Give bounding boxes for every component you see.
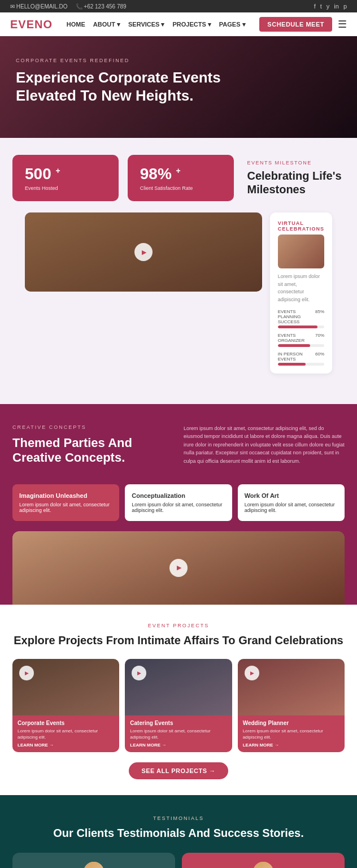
progress-item-2: EVENTS ORGANIZER70% xyxy=(278,333,324,347)
hamburger-icon[interactable]: ☰ xyxy=(338,18,347,31)
concept-card-3-desc: Lorem ipsum dolor sit amet, consectetur … xyxy=(245,502,338,513)
hero-label: CORPORATE EVENTS REDEFINED xyxy=(16,58,341,63)
project-play-2[interactable] xyxy=(132,666,146,680)
email-contact[interactable]: ✉ HELLO@EMAIL.DO xyxy=(10,3,68,10)
media-right-card: Virtual Celebrations Lorem ipsum dolor s… xyxy=(270,212,332,374)
concept-card-2[interactable]: Conceptualization Lorem ipsum dolor sit … xyxy=(125,484,232,521)
testimonials-section: TESTIMONIALS Our Clients Testimonials An… xyxy=(0,795,357,868)
phone-text: +62 123 456 789 xyxy=(84,3,126,10)
stats-section: 500 + Events Hosted 98% + Client Satisfa… xyxy=(0,138,357,404)
nav-projects[interactable]: PROJECTS ▾ xyxy=(172,21,211,28)
themed-section: CREATIVE CONCEPTS Themed Parties And Cre… xyxy=(0,404,357,605)
social-fb-icon[interactable]: f xyxy=(314,3,316,10)
milestone-block: EVENTS MILESTONE Celebrating Life's Mile… xyxy=(243,155,345,201)
project-info-1: Corporate Events Lorem ipsum dolor sit a… xyxy=(12,715,119,752)
site-logo[interactable]: EVENO xyxy=(10,18,53,31)
stat-satisfaction-label: Client Satisfaction Rate xyxy=(140,185,221,191)
themed-desc: Lorem ipsum dolor sit amet, consectetur … xyxy=(184,424,345,465)
themed-label: CREATIVE CONCEPTS xyxy=(12,424,173,430)
nav-about[interactable]: ABOUT ▾ xyxy=(93,21,120,28)
stat-satisfaction-number: 98% + xyxy=(140,165,221,183)
concept-card-1-desc: Lorem ipsum dolor sit amet, consectetur … xyxy=(19,502,112,513)
main-nav: EVENO HOME ABOUT ▾ SERVICES ▾ PROJECTS ▾… xyxy=(0,12,357,36)
concept-card-3[interactable]: Work Of Art Lorem ipsum dolor sit amet, … xyxy=(238,484,345,521)
project-play-1[interactable] xyxy=(19,666,34,680)
prog-label-2: EVENTS ORGANIZER xyxy=(278,333,315,343)
test-avatar-1 xyxy=(84,862,104,868)
stat-events-number: 500 + xyxy=(25,165,106,183)
media-play-button[interactable] xyxy=(134,243,153,261)
project-card-1: Corporate Events Lorem ipsum dolor sit a… xyxy=(12,659,119,752)
project-play-3[interactable] xyxy=(245,666,259,680)
stats-row: 500 + Events Hosted 98% + Client Satisfa… xyxy=(12,155,345,201)
project-title-1: Corporate Events xyxy=(18,720,114,726)
testimonials-label: TESTIMONIALS xyxy=(12,815,345,821)
project-title-2: Catering Events xyxy=(130,720,227,726)
phone-contact[interactable]: 📞 +62 123 456 789 xyxy=(76,3,127,10)
themed-media xyxy=(12,531,345,605)
project-info-2: Catering Events Lorem ipsum dolor sit am… xyxy=(125,715,232,752)
social-pt-icon[interactable]: p xyxy=(343,3,347,10)
test-card-2: Mr. John Doe CLIENTS ★★★★★ Lorem ipsum d… xyxy=(182,853,345,868)
nav-services[interactable]: SERVICES ▾ xyxy=(128,21,165,28)
themed-top: CREATIVE CONCEPTS Themed Parties And Cre… xyxy=(12,424,345,475)
top-bar-social: f t y in p xyxy=(314,3,347,10)
test-card-1: Mr. John Doe CLIENTS ★★★★★ Lorem ipsum d… xyxy=(12,853,175,868)
project-thumb-2 xyxy=(125,659,232,715)
see-all-button[interactable]: SEE ALL PROJECTS → xyxy=(129,762,228,779)
hero-title: Experience Corporate Events Elevated To … xyxy=(16,69,242,105)
nav-pages[interactable]: PAGES ▾ xyxy=(219,21,246,28)
project-cards: Corporate Events Lorem ipsum dolor sit a… xyxy=(12,659,345,752)
project-card-2: Catering Events Lorem ipsum dolor sit am… xyxy=(125,659,232,752)
test-cards: Mr. John Doe CLIENTS ★★★★★ Lorem ipsum d… xyxy=(12,853,345,868)
concept-card-2-title: Conceptualization xyxy=(132,492,225,499)
top-bar: ✉ HELLO@EMAIL.DO 📞 +62 123 456 789 f t y… xyxy=(0,0,357,12)
themed-left: CREATIVE CONCEPTS Themed Parties And Cre… xyxy=(12,424,173,475)
project-desc-3: Lorem ipsum dolor sit amet, consectetur … xyxy=(243,728,339,740)
email-text: HELLO@EMAIL.DO xyxy=(16,3,68,10)
prog-label-1: EVENTS PLANNING SUCCESS xyxy=(278,309,315,324)
nav-links: HOME ABOUT ▾ SERVICES ▾ PROJECTS ▾ PAGES… xyxy=(67,21,246,28)
project-desc-2: Lorem ipsum dolor sit amet, consectetur … xyxy=(130,728,227,740)
project-info-3: Wedding Planner Lorem ipsum dolor sit am… xyxy=(238,715,345,752)
test-avatar-2 xyxy=(253,862,273,868)
stat-events-label: Events Hosted xyxy=(25,185,106,191)
projects-title: Explore Projects From Intimate Affairs T… xyxy=(12,633,345,648)
project-title-3: Wedding Planner xyxy=(243,720,339,726)
hero-content: CORPORATE EVENTS REDEFINED Experience Co… xyxy=(16,58,341,105)
project-learn-2[interactable]: LEARN MORE → xyxy=(130,743,227,748)
concept-card-3-title: Work Of Art xyxy=(245,492,338,499)
concept-card-1-title: Imagination Unleashed xyxy=(19,492,112,499)
project-learn-1[interactable]: LEARN MORE → xyxy=(18,743,114,748)
project-thumb-3 xyxy=(238,659,345,715)
testimonials-title: Our Clients Testimonials And Success Sto… xyxy=(12,826,345,840)
milestone-title: Celebrating Life's Milestones xyxy=(247,169,345,196)
concept-cards: Imagination Unleashed Lorem ipsum dolor … xyxy=(12,484,345,521)
stat-card-satisfaction: 98% + Client Satisfaction Rate xyxy=(128,155,234,201)
themed-right: Lorem ipsum dolor sit amet, consectetur … xyxy=(184,424,345,475)
project-learn-3[interactable]: LEARN MORE → xyxy=(243,743,339,748)
prog-val-3: 60% xyxy=(315,351,324,362)
media-row: Virtual Celebrations Lorem ipsum dolor s… xyxy=(12,212,345,389)
social-yt-icon[interactable]: y xyxy=(326,3,330,10)
projects-section: EVENT PROJECTS Explore Projects From Int… xyxy=(0,605,357,795)
project-desc-1: Lorem ipsum dolor sit amet, consectetur … xyxy=(18,728,114,740)
project-thumb-1 xyxy=(12,659,119,715)
social-in-icon[interactable]: in xyxy=(334,3,339,10)
concept-card-2-desc: Lorem ipsum dolor sit amet, consectetur … xyxy=(132,502,225,513)
projects-label: EVENT PROJECTS xyxy=(12,623,345,628)
progress-item-3: IN PERSON EVENTS60% xyxy=(278,351,324,366)
project-card-3: Wedding Planner Lorem ipsum dolor sit am… xyxy=(238,659,345,752)
progress-section: EVENTS PLANNING SUCCESS85% EVENTS ORGANI… xyxy=(278,309,324,366)
prog-label-3: IN PERSON EVENTS xyxy=(278,351,315,362)
prog-val-1: 85% xyxy=(315,309,324,324)
themed-play-button[interactable] xyxy=(169,559,188,577)
hero-section: CORPORATE EVENTS REDEFINED Experience Co… xyxy=(0,36,357,138)
concept-card-1[interactable]: Imagination Unleashed Lorem ipsum dolor … xyxy=(12,484,119,521)
media-desc: Lorem ipsum dolor sit amet, consectetur … xyxy=(278,273,324,303)
media-tag: Virtual Celebrations xyxy=(278,220,324,232)
prog-val-2: 70% xyxy=(315,333,324,343)
nav-home[interactable]: HOME xyxy=(67,21,85,28)
schedule-button[interactable]: SCHEDULE MEET xyxy=(259,17,332,32)
social-tw-icon[interactable]: t xyxy=(320,3,322,10)
